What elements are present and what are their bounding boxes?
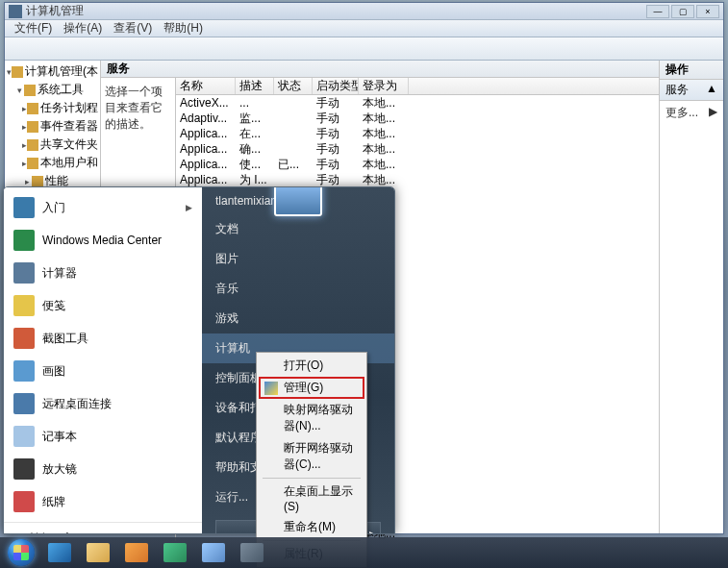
start-button[interactable] [2, 537, 40, 568]
col-name[interactable]: 名称 [176, 78, 236, 94]
program-item[interactable]: 放大镜 [6, 453, 200, 485]
separator [263, 478, 361, 479]
tree-shared-folders[interactable]: ▸共享文件夹 [7, 136, 98, 154]
maximize-button[interactable]: ▢ [671, 5, 694, 18]
program-label: 纸牌 [42, 494, 65, 510]
program-icon [13, 295, 35, 316]
taskbar-desktop[interactable] [194, 539, 233, 566]
program-label: 记事本 [42, 429, 77, 445]
col-desc[interactable]: 描述 [236, 78, 274, 94]
user-avatar-icon[interactable] [274, 186, 322, 216]
tree-system-tools[interactable]: ▾系统工具 [7, 81, 98, 99]
taskbar-explorer[interactable] [79, 539, 117, 566]
start-menu-left: 入门▶Windows Media Center计算器便笺截图工具画图远程桌面连接… [4, 187, 202, 533]
service-row[interactable]: ActiveX......手动本地... [176, 95, 659, 111]
minimize-button[interactable]: — [646, 5, 669, 18]
program-label: Windows Media Center [42, 234, 162, 247]
chevron-right-icon: ▶ [709, 105, 717, 121]
context-menu-item[interactable]: 在桌面上显示(S) [259, 481, 364, 516]
program-icon [13, 197, 35, 218]
chevron-up-icon: ▲ [706, 82, 717, 98]
service-row[interactable]: Applica...为 I...手动本地... [176, 172, 659, 187]
program-label: 计算器 [42, 265, 77, 282]
col-status[interactable]: 状态 [274, 78, 313, 94]
context-menu: 打开(O)管理(G)映射网络驱动器(N)...断开网络驱动器(C)...在桌面上… [256, 352, 367, 568]
shield-icon [264, 382, 278, 395]
start-right-item[interactable]: 音乐 [202, 274, 394, 304]
menu-action[interactable]: 操作(A) [58, 20, 108, 37]
taskbar-mmc[interactable] [233, 539, 271, 566]
app-icon [9, 5, 22, 18]
tree-local-users[interactable]: ▸本地用户和 [7, 154, 98, 172]
program-icon [13, 393, 35, 414]
service-row[interactable]: Applica...使...已...手动本地... [176, 157, 659, 172]
program-icon [13, 328, 35, 349]
service-row[interactable]: Applica...确...手动本地... [176, 141, 659, 157]
tree-event-viewer[interactable]: ▸事件查看器 [7, 117, 98, 136]
taskbar [0, 537, 728, 568]
program-label: 画图 [42, 363, 65, 380]
center-header: 服务 [101, 61, 659, 78]
taskbar-wmp[interactable] [117, 539, 156, 566]
program-item[interactable]: 记事本 [6, 420, 200, 453]
program-label: 远程桌面连接 [42, 396, 112, 412]
program-item[interactable]: 便笺 [6, 289, 200, 322]
action-header: 操作 [660, 61, 723, 80]
program-label: 放大镜 [42, 461, 77, 478]
start-right-item[interactable]: 游戏 [202, 304, 394, 333]
toolbar [5, 37, 723, 61]
program-item[interactable]: Windows Media Center [6, 224, 200, 257]
action-more[interactable]: 更多...▶ [660, 101, 723, 125]
program-item[interactable]: 入门▶ [6, 191, 200, 224]
context-menu-item[interactable]: 打开(O) [259, 355, 364, 377]
service-row[interactable]: Adaptiv...监...手动本地... [176, 111, 659, 126]
context-menu-item[interactable]: 重命名(M) [259, 516, 364, 538]
titlebar[interactable]: 计算机管理 — ▢ × [5, 3, 723, 20]
services-header: 名称 描述 状态 启动类型 登录为 [176, 78, 659, 95]
col-logon[interactable]: 登录为 [359, 78, 409, 94]
menu-view[interactable]: 查看(V) [108, 20, 158, 37]
col-startup[interactable]: 启动类型 [313, 78, 359, 94]
program-icon [13, 230, 35, 251]
program-icon [13, 262, 35, 284]
program-item[interactable]: 截图工具 [6, 322, 200, 355]
program-icon [13, 426, 35, 447]
menu-file[interactable]: 文件(F) [9, 20, 58, 37]
start-right-item[interactable]: 文档 [202, 214, 394, 244]
service-row[interactable]: Applica...在...手动本地... [176, 126, 659, 141]
windows-orb-icon [8, 539, 35, 566]
menu-help[interactable]: 帮助(H) [158, 20, 209, 37]
program-icon [13, 360, 35, 382]
program-icon [13, 491, 35, 512]
context-menu-item[interactable]: 管理(G) [259, 377, 364, 399]
close-button[interactable]: × [696, 5, 719, 18]
program-item[interactable]: 远程桌面连接 [6, 387, 200, 420]
tree-task-scheduler[interactable]: ▸任务计划程 [7, 99, 98, 117]
window-title: 计算机管理 [26, 3, 646, 19]
context-menu-item[interactable]: 映射网络驱动器(N)... [259, 399, 364, 437]
menubar: 文件(F) 操作(A) 查看(V) 帮助(H) [5, 20, 723, 37]
program-label: 入门 [42, 200, 65, 216]
taskbar-wmc[interactable] [156, 539, 194, 566]
program-item[interactable]: 纸牌 [6, 485, 200, 518]
start-right-item[interactable]: 图片 [202, 244, 394, 274]
action-pane: 操作 服务▲ 更多...▶ [660, 61, 723, 533]
all-programs[interactable]: 所有程序 [4, 522, 202, 534]
program-list: 入门▶Windows Media Center计算器便笺截图工具画图远程桌面连接… [4, 187, 202, 522]
tree-root[interactable]: ▾计算机管理(本 [7, 62, 98, 81]
program-item[interactable]: 画图 [6, 355, 200, 387]
arrow-right-icon [13, 534, 19, 535]
program-label: 截图工具 [42, 331, 88, 347]
context-menu-item[interactable]: 断开网络驱动器(C)... [259, 437, 364, 476]
program-item[interactable]: 计算器 [6, 257, 200, 289]
action-section[interactable]: 服务▲ [660, 80, 723, 101]
program-icon [13, 458, 35, 480]
program-label: 便笺 [42, 298, 65, 314]
taskbar-ie[interactable] [40, 539, 79, 566]
chevron-right-icon: ▶ [186, 203, 192, 212]
